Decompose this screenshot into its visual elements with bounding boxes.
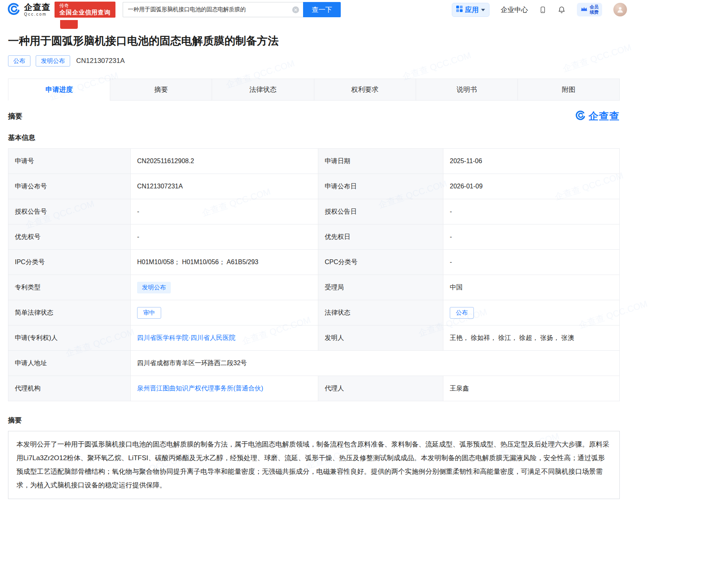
- grant-no-value: -: [131, 199, 318, 224]
- apps-menu[interactable]: 应用: [452, 3, 489, 17]
- grant-date-label: 授权公告日: [318, 199, 443, 224]
- badge-line2: 全国企业信用查询: [59, 9, 111, 16]
- top-navbar: 企查查 Qcc.com 传奇 全国企业信用查询 ✕ 查一下 应用: [0, 0, 728, 19]
- publication-no-label: 申请公布号: [8, 174, 131, 199]
- qcc-watermark-logo-icon: [575, 110, 586, 122]
- qcc-logo-icon: [7, 2, 21, 17]
- search-bar: ✕ 查一下: [123, 2, 341, 17]
- legal-status-label: 法律状态: [318, 300, 443, 325]
- tab-description[interactable]: 说明书: [416, 79, 518, 101]
- simple-legal-status-value: 审中: [131, 300, 318, 325]
- status-tag: 公布: [8, 55, 30, 67]
- table-row: 简单法律状态 审中 法律状态 公布: [8, 300, 620, 325]
- agency-value: 泉州晋江图曲知识产权代理事务所(普通合伙): [131, 376, 318, 401]
- agent-label: 代理人: [318, 376, 443, 401]
- vip-line1: 会员: [590, 4, 599, 10]
- chevron-down-icon: [481, 9, 485, 11]
- priority-date-label: 优先权日: [318, 224, 443, 250]
- cpc-class-label: CPC分类号: [318, 250, 443, 275]
- table-row: 申请人地址 四川省成都市青羊区一环路西二段32号: [8, 351, 620, 376]
- application-no-label: 申请号: [8, 149, 131, 174]
- table-row: 专利类型 发明公布 受理局 中国: [8, 275, 620, 300]
- patent-type-value: 发明公布: [131, 275, 318, 300]
- table-row: 优先权号 - 优先权日 -: [8, 224, 620, 250]
- notification-bell-icon[interactable]: [558, 6, 566, 14]
- tab-abstract[interactable]: 摘要: [110, 79, 212, 101]
- tab-claims[interactable]: 权利要求: [314, 79, 416, 101]
- publication-date-label: 申请公布日: [318, 174, 443, 199]
- table-row: 代理机构 泉州晋江图曲知识产权代理事务所(普通合伙) 代理人 王泉鑫: [8, 376, 620, 401]
- applicant-address-label: 申请人地址: [8, 351, 131, 376]
- qcc-watermark-logo: 企查查: [575, 109, 620, 123]
- tab-application-progress[interactable]: 申请进度: [8, 79, 110, 101]
- publication-number: CN121307231A: [76, 57, 125, 65]
- promo-ribbon[interactable]: [60, 20, 78, 29]
- application-date-label: 申请日期: [318, 149, 443, 174]
- grant-date-value: -: [443, 199, 620, 224]
- tab-drawings[interactable]: 附图: [518, 79, 619, 101]
- applicant-label: 申请(专利权)人: [8, 325, 131, 351]
- patent-type-label: 专利类型: [8, 275, 131, 300]
- search-clear-icon[interactable]: ✕: [292, 6, 299, 13]
- badge-line1: 传奇: [59, 3, 111, 9]
- applicant-value: 四川省医学科学院·四川省人民医院: [131, 325, 318, 351]
- table-row: 申请号 CN202511612908.2 申请日期 2025-11-06: [8, 149, 620, 174]
- user-avatar[interactable]: [613, 3, 627, 16]
- priority-no-value: -: [131, 224, 318, 250]
- abstract-text: 本发明公开了一种用于圆弧形脑机接口电池的固态电解质膜的制备方法，属于电池固态电解…: [8, 431, 620, 499]
- invention-publication-tag: 发明公布: [36, 55, 70, 67]
- cpc-class-value: -: [443, 250, 620, 275]
- abstract-heading: 摘要: [8, 416, 620, 425]
- priority-no-label: 优先权号: [8, 224, 131, 250]
- apps-label: 应用: [465, 5, 479, 14]
- basic-info-table: 申请号 CN202511612908.2 申请日期 2025-11-06 申请公…: [8, 148, 620, 401]
- table-row: 申请公布号 CN121307231A 申请公布日 2026-01-09: [8, 174, 620, 199]
- inventors-label: 发明人: [318, 325, 443, 351]
- brand-name: 企查查: [24, 3, 51, 11]
- ipc-class-label: IPC分类号: [8, 250, 131, 275]
- table-row: 申请(专利权)人 四川省医学科学院·四川省人民医院 发明人 王艳， 徐如祥， 徐…: [8, 325, 620, 351]
- receiving-office-label: 受理局: [318, 275, 443, 300]
- brand-domain: Qcc.com: [24, 12, 51, 16]
- published-status-tag: 公布: [450, 307, 474, 319]
- summary-section-heading: 摘要: [8, 111, 22, 121]
- agency-link[interactable]: 泉州晋江图曲知识产权代理事务所(普通合伙): [137, 385, 263, 392]
- enterprise-center-link[interactable]: 企业中心: [501, 5, 528, 14]
- credit-search-badge: 传奇 全国企业信用查询: [55, 2, 115, 18]
- search-input[interactable]: [123, 2, 303, 17]
- page-title: 一种用于圆弧形脑机接口电池的固态电解质膜的制备方法: [8, 34, 620, 48]
- ipc-class-value: H01M10/058； H01M10/056； A61B5/293: [131, 250, 318, 275]
- vip-line2: 续费: [590, 10, 599, 15]
- patent-type-tag: 发明公布: [137, 282, 171, 293]
- tab-bar: 申请进度 摘要 法律状态 权利要求 说明书 附图: [8, 79, 620, 101]
- table-row: IPC分类号 H01M10/058； H01M10/056； A61B5/293…: [8, 250, 620, 275]
- publication-date-value: 2026-01-09: [443, 174, 620, 199]
- application-no-value: CN202511612908.2: [131, 149, 318, 174]
- basic-info-heading: 基本信息: [8, 133, 620, 142]
- mobile-app-icon[interactable]: [539, 6, 546, 14]
- legal-status-value: 公布: [443, 300, 620, 325]
- inventors-value: 王艳， 徐如祥， 徐江， 徐超， 张扬， 张澳: [443, 325, 620, 351]
- priority-date-value: -: [443, 224, 620, 250]
- applicant-link[interactable]: 四川省医学科学院·四川省人民医院: [137, 334, 235, 341]
- application-date-value: 2025-11-06: [443, 149, 620, 174]
- qcc-watermark-logo-text: 企查查: [588, 109, 620, 123]
- table-row: 授权公告号 - 授权公告日 -: [8, 199, 620, 224]
- agency-label: 代理机构: [8, 376, 131, 401]
- simple-legal-status-label: 简单法律状态: [8, 300, 131, 325]
- crown-icon: [580, 6, 588, 13]
- agent-value: 王泉鑫: [443, 376, 620, 401]
- publication-no-value: CN121307231A: [131, 174, 318, 199]
- search-button[interactable]: 查一下: [303, 2, 341, 17]
- vip-renew-button[interactable]: 会员 续费: [577, 3, 602, 16]
- qcc-logo[interactable]: 企查查 Qcc.com: [7, 2, 51, 17]
- grant-no-label: 授权公告号: [8, 199, 131, 224]
- apps-grid-icon: [456, 6, 463, 14]
- applicant-address-value: 四川省成都市青羊区一环路西二段32号: [131, 351, 620, 376]
- pending-status-tag: 审中: [137, 307, 161, 319]
- tab-legal-status[interactable]: 法律状态: [212, 79, 313, 101]
- receiving-office-value: 中国: [443, 275, 620, 300]
